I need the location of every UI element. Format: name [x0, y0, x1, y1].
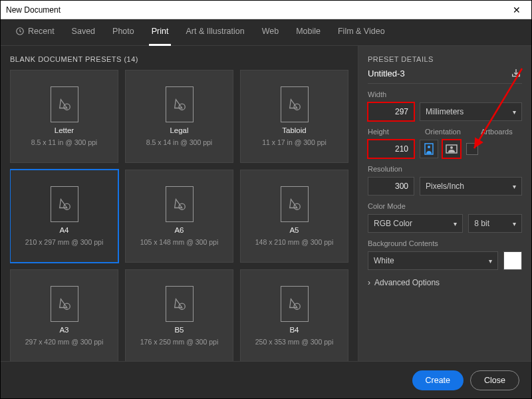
preset-card-a6[interactable]: A6105 x 148 mm @ 300 ppi [125, 170, 233, 263]
preset-card-a4[interactable]: A4210 x 297 mm @ 300 ppi [10, 170, 118, 263]
svg-point-12 [428, 146, 430, 148]
bitdepth-select[interactable]: 8 bit▾ [468, 214, 522, 233]
svg-point-1 [64, 104, 70, 110]
svg-point-4 [64, 203, 70, 209]
tab-film-video[interactable]: Film & Video [335, 19, 388, 46]
units-select[interactable]: Millimeters▾ [420, 102, 522, 121]
preset-name: B5 [174, 326, 184, 334]
preset-meta: 176 x 250 mm @ 300 ppi [140, 338, 218, 346]
svg-point-5 [179, 203, 185, 209]
preset-meta: 11 x 17 in @ 300 ppi [262, 138, 326, 146]
preset-card-b5[interactable]: B5176 x 250 mm @ 300 ppi [125, 269, 233, 361]
window-title: New Document [6, 5, 507, 15]
width-label: Width [368, 90, 522, 98]
chevron-down-icon: ▾ [513, 183, 516, 190]
tab-art-illustration[interactable]: Art & Illustration [183, 19, 247, 46]
svg-point-6 [294, 203, 300, 209]
orientation-portrait[interactable] [420, 140, 438, 158]
tab-saved[interactable]: Saved [69, 19, 98, 46]
bg-select[interactable]: White▾ [368, 251, 498, 270]
recent-icon [15, 27, 25, 36]
resolution-input[interactable]: 300 [368, 177, 414, 196]
document-icon [281, 286, 309, 322]
document-icon [51, 286, 78, 322]
svg-point-14 [450, 146, 453, 149]
svg-point-3 [294, 104, 300, 110]
height-label: Height [368, 128, 420, 136]
preset-meta: 210 x 297 mm @ 300 ppi [25, 238, 103, 246]
chevron-down-icon: ▾ [513, 220, 516, 227]
document-icon [166, 286, 194, 322]
category-tabs: Recent Saved Photo Print Art & Illustrat… [1, 19, 531, 46]
preset-meta: 250 x 353 mm @ 300 ppi [255, 338, 333, 346]
preset-card-legal[interactable]: Legal8.5 x 14 in @ 300 ppi [125, 70, 233, 163]
preset-name: A6 [174, 226, 184, 234]
width-input[interactable]: 297 [368, 102, 414, 121]
preset-name: Legal [170, 126, 188, 134]
svg-point-2 [179, 104, 185, 110]
document-icon [166, 186, 194, 222]
preset-meta: 105 x 148 mm @ 300 ppi [140, 238, 218, 246]
preset-meta: 148 x 210 mm @ 300 ppi [255, 238, 333, 246]
portrait-icon [424, 143, 434, 155]
resolution-label: Resolution [368, 165, 522, 173]
preset-name: Tabloid [282, 126, 306, 134]
svg-point-9 [294, 303, 300, 309]
preset-name: A3 [59, 326, 68, 334]
preset-details-pane: PRESET DETAILS Width 297 Millimeters▾ He… [358, 46, 531, 361]
document-icon [281, 86, 309, 122]
preset-name: B4 [289, 326, 299, 334]
presets-header: BLANK DOCUMENT PRESETS (14) [10, 55, 354, 63]
chevron-down-icon: ▾ [454, 220, 457, 227]
preset-name: A4 [59, 226, 68, 234]
preset-name: Letter [55, 126, 74, 134]
tab-mobile[interactable]: Mobile [293, 19, 323, 46]
colormode-label: Color Mode [368, 202, 522, 210]
chevron-right-icon: › [368, 278, 370, 287]
presets-grid[interactable]: Letter8.5 x 11 in @ 300 ppiLegal8.5 x 14… [10, 70, 354, 361]
preset-card-a3[interactable]: A3297 x 420 mm @ 300 ppi [10, 269, 118, 361]
create-button[interactable]: Create [412, 370, 464, 390]
svg-point-8 [179, 303, 185, 309]
advanced-options-toggle[interactable]: › Advanced Options [368, 278, 522, 287]
tab-web[interactable]: Web [259, 19, 281, 46]
save-preset-icon[interactable] [510, 67, 522, 79]
preset-card-tabloid[interactable]: Tabloid11 x 17 in @ 300 ppi [240, 70, 348, 163]
orientation-landscape[interactable] [442, 140, 461, 158]
artboards-checkbox[interactable] [466, 143, 478, 155]
preset-card-letter[interactable]: Letter8.5 x 11 in @ 300 ppi [10, 70, 118, 163]
dialog-body: BLANK DOCUMENT PRESETS (14) Letter8.5 x … [1, 46, 531, 361]
document-icon [51, 186, 78, 222]
colormode-select[interactable]: RGB Color▾ [368, 214, 463, 233]
dialog-footer: Create Close [1, 361, 531, 398]
document-icon [51, 86, 78, 122]
tab-photo[interactable]: Photo [110, 19, 137, 46]
chevron-down-icon: ▾ [489, 257, 492, 265]
landscape-icon [446, 144, 458, 154]
resolution-units-select[interactable]: Pixels/Inch▾ [420, 177, 522, 196]
height-input[interactable]: 210 [368, 140, 414, 158]
new-document-dialog: New Document ✕ Recent Saved Photo Print … [0, 0, 532, 399]
artboards-label: Artboards [481, 128, 513, 136]
preset-card-b4[interactable]: B4250 x 353 mm @ 300 ppi [240, 269, 348, 361]
preset-meta: 8.5 x 14 in @ 300 ppi [146, 138, 212, 146]
preset-name: A5 [289, 226, 299, 234]
document-name-input[interactable] [368, 68, 505, 78]
tab-print[interactable]: Print [149, 19, 172, 46]
preset-meta: 297 x 420 mm @ 300 ppi [25, 338, 103, 346]
document-icon [166, 86, 194, 122]
section-title: PRESET DETAILS [368, 55, 522, 63]
presets-pane: BLANK DOCUMENT PRESETS (14) Letter8.5 x … [1, 46, 358, 361]
tab-recent[interactable]: Recent [13, 19, 57, 46]
bg-swatch[interactable] [503, 251, 522, 270]
titlebar: New Document ✕ [1, 1, 531, 19]
preset-meta: 8.5 x 11 in @ 300 ppi [31, 138, 97, 146]
svg-point-7 [64, 303, 70, 309]
window-close-icon[interactable]: ✕ [507, 5, 526, 15]
chevron-down-icon: ▾ [513, 108, 516, 116]
close-button[interactable]: Close [470, 370, 519, 390]
bg-label: Background Contents [368, 239, 522, 247]
preset-card-a5[interactable]: A5148 x 210 mm @ 300 ppi [240, 170, 348, 263]
document-icon [281, 186, 309, 222]
orientation-label: Orientation [425, 128, 475, 136]
